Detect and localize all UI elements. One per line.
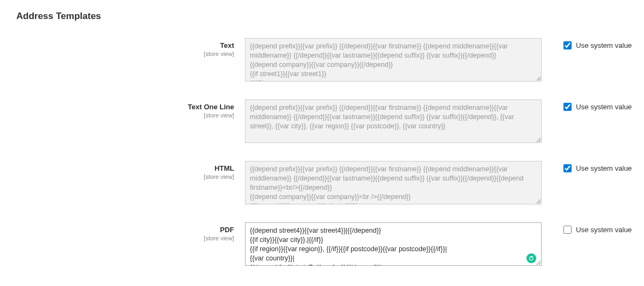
field-label-col: Text [store view] xyxy=(16,38,245,57)
text-one-line-template-textarea xyxy=(245,100,542,143)
field-label-col: PDF [store view] xyxy=(16,222,245,241)
html-template-textarea xyxy=(245,161,542,204)
field-label-col: HTML [store view] xyxy=(16,161,245,180)
field-label-col: Text One Line [store view] xyxy=(16,100,245,119)
use-system-checkbox-text-one-line[interactable] xyxy=(563,103,572,111)
field-input-col xyxy=(245,161,542,206)
field-check-col: Use system value xyxy=(542,100,632,111)
text-template-textarea xyxy=(245,38,542,82)
field-label-text: Text xyxy=(16,41,234,49)
use-system-label[interactable]: Use system value xyxy=(576,41,632,49)
field-check-col: Use system value xyxy=(542,222,632,234)
field-input-col xyxy=(245,100,542,145)
field-row-html: HTML [store view] Use system value xyxy=(16,161,628,206)
use-system-checkbox-pdf[interactable] xyxy=(563,226,572,234)
field-row-pdf: PDF [store view] Use system value xyxy=(16,222,628,268)
pdf-template-textarea[interactable] xyxy=(245,222,542,266)
use-system-label[interactable]: Use system value xyxy=(576,164,632,172)
use-system-checkbox-html[interactable] xyxy=(563,164,572,172)
use-system-label[interactable]: Use system value xyxy=(576,226,632,234)
field-scope: [store view] xyxy=(16,112,234,119)
field-input-col xyxy=(245,222,542,268)
field-label-pdf: PDF xyxy=(16,226,234,234)
field-input-col xyxy=(245,38,542,83)
field-scope: [store view] xyxy=(16,51,234,57)
field-row-text-one-line: Text One Line [store view] Use system va… xyxy=(16,100,628,145)
field-check-col: Use system value xyxy=(542,38,632,49)
use-system-checkbox-text[interactable] xyxy=(563,41,572,49)
field-scope: [store view] xyxy=(16,173,234,180)
field-label-text-one-line: Text One Line xyxy=(16,103,234,111)
field-label-html: HTML xyxy=(16,164,234,172)
use-system-label[interactable]: Use system value xyxy=(576,103,632,111)
field-scope: [store view] xyxy=(16,235,234,241)
field-row-text: Text [store view] Use system value xyxy=(16,38,628,83)
field-check-col: Use system value xyxy=(542,161,632,172)
section-title: Address Templates xyxy=(16,11,628,22)
